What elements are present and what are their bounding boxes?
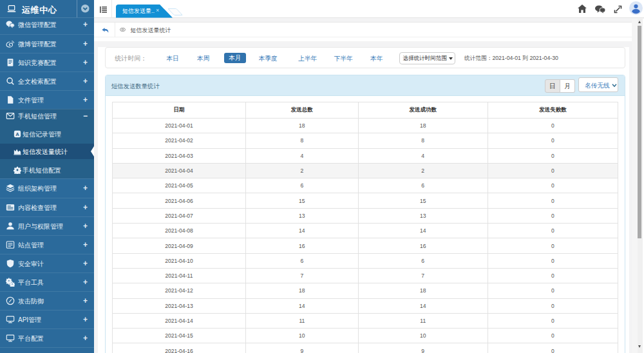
svg-text:A: A bbox=[15, 131, 19, 137]
